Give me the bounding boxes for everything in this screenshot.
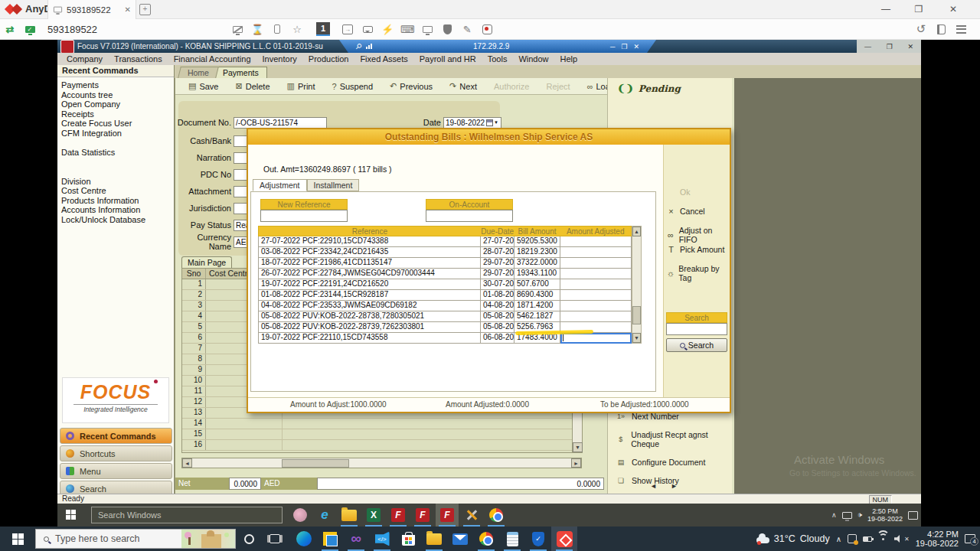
banner-close-icon[interactable]: ✕ [633,43,639,51]
bill-row[interactable]: 01-08-2022 PCF:23144,15CR92818701-08-202… [258,290,632,301]
breakup-by-tag-button[interactable]: ☼Breakup by Tag [666,264,727,282]
taskbar-app[interactable] [551,527,577,551]
cancel-button[interactable]: ×Cancel [666,207,727,216]
local-clock[interactable]: 4:22 PM19-08-2022 [916,530,959,548]
remote-clock[interactable]: 2:50 PM19-08-2022 [867,507,903,523]
search-highlight-image[interactable] [181,530,235,548]
menu-window[interactable]: Window [518,54,548,64]
display-icon[interactable] [417,21,437,37]
pin-icon[interactable]: ⚲ [354,41,364,51]
tab-adjustment[interactable]: Adjustment [253,179,307,191]
scrollbar-thumb[interactable] [282,459,349,468]
tab-main-page[interactable]: Main Page [181,256,232,268]
menu-production[interactable]: Production [309,54,349,64]
print-button[interactable]: ▥Print [280,81,322,91]
app-tray-icon[interactable] [848,534,857,543]
calendar-icon[interactable] [486,119,493,126]
scroll-left-icon[interactable]: ◄ [182,458,192,468]
sidebar-item-payments[interactable]: Payments [61,80,174,90]
menu-transactions[interactable]: Transactions [114,54,162,64]
bill-row[interactable]: 18-07-2022 PCF:21986,41CD113514729-07-20… [258,258,632,269]
sidebar-item-create-focus-user[interactable]: Create Focus User [61,119,174,129]
banner-minimize-icon[interactable]: ─ [610,43,615,51]
panel-pager[interactable]: ◄► [650,482,691,490]
taskbar-app[interactable]: </> [369,527,395,551]
bill-row[interactable]: 04-08-2022 PCF:23533,JWMSAE09CD6918204-0… [258,301,632,311]
local-search-box[interactable]: Type here to search [35,529,236,549]
amount-adjusted-cell[interactable] [560,333,632,344]
delete-button[interactable]: ⊠Delete [228,81,276,91]
amount-adjusted-cell[interactable] [560,247,632,258]
taskbar-app[interactable] [473,527,499,551]
nav-recent-commands[interactable]: Recent Commands [60,428,172,444]
tab-installment[interactable]: Installment [307,179,360,191]
address-field[interactable]: 593189522 [47,24,97,35]
actions-icon[interactable]: ⚡ [377,21,397,37]
bill-row[interactable]: 19-07-2022 PCF:22191,24CD21652030-07-202… [258,279,632,290]
minimize-window-icon[interactable]: — [880,4,891,15]
address-book-icon[interactable] [931,21,951,37]
taskbar-app[interactable] [499,527,525,551]
taskbar-app[interactable] [289,504,312,527]
taskbar-app[interactable] [317,527,343,551]
menu-icon[interactable] [951,21,971,37]
chevron-down-icon[interactable]: ▾ [495,119,498,126]
nav-menu[interactable]: Menu [60,463,172,479]
volume-muted-icon[interactable] [894,535,902,543]
cortana-icon[interactable] [236,534,262,544]
suspend-button[interactable]: ?Suspend [325,82,381,91]
scroll-right-icon[interactable]: ► [571,458,581,468]
taskbar-app[interactable] [395,527,421,551]
amount-adjusted-cell[interactable] [560,269,632,279]
scroll-down-icon[interactable]: ▼ [573,442,583,452]
taskbar-app[interactable] [485,504,508,527]
monitor-1-badge[interactable]: 1 [316,22,330,36]
bill-row[interactable]: 27-07-2022 PCF:22910,15CD74338827-07-202… [258,236,632,247]
taskbar-app[interactable] [460,504,483,527]
sidebar-item-open-company[interactable]: Open Company [61,99,174,109]
session-tab[interactable]: 593189522 ✕ [47,0,136,19]
adjust-on-fifo-button[interactable]: ∞Adjust on FIFO [666,226,727,244]
sidebar-item-accounts-tree[interactable]: Accounts tree [61,90,174,100]
new-session-button[interactable]: + [139,4,151,15]
search-button[interactable]: Search [666,338,727,352]
wifi-icon[interactable] [882,538,884,540]
menu-financial-accounting[interactable]: Financial Accounting [174,54,251,64]
bill-row[interactable]: 19-07-2022 PCF:22110,15CD74355806-08-202… [258,333,632,344]
connected-monitor-icon[interactable]: ✓ [20,21,40,37]
privacy-icon[interactable] [437,21,457,37]
amount-adjusted-cell[interactable] [560,311,632,322]
amount-adjusted-cell[interactable] [560,236,632,247]
weather-widget[interactable]: 31°C Cloudy [756,533,830,544]
action-center-icon[interactable] [908,511,918,520]
dialog-titlebar[interactable]: Outstanding Bills : Wilhelmsen Ship Serv… [248,129,730,145]
scrollbar-thumb[interactable] [632,306,641,324]
tablet-icon[interactable] [267,21,287,37]
scroll-down-icon[interactable]: ▼ [632,333,641,343]
grid-horizontal-scrollbar[interactable]: ◄ ► [181,458,582,468]
amount-adjusted-cell[interactable] [560,258,632,269]
menu-inventory[interactable]: Inventory [263,54,297,64]
amount-adjusted-cell[interactable] [560,279,632,290]
taskbar-app[interactable]: ∞ [343,527,369,551]
document-no-field[interactable]: /-OCB-US-211574 [234,117,327,129]
task-view-icon[interactable] [262,534,288,543]
start-button[interactable] [0,527,35,551]
date-field[interactable]: 19-08-2022▾ [443,117,501,129]
minimize-icon[interactable]: — [864,43,871,51]
menu-tools[interactable]: Tools [488,54,508,64]
close-window-icon[interactable]: ✕ [948,4,959,15]
taskbar-app[interactable] [421,527,447,551]
close-icon[interactable]: ✕ [908,43,914,51]
sidebar-item-lock-unlock-database[interactable]: Lock/Unlock Database [61,215,174,225]
sidebar-item-accounts-information[interactable]: Accounts Information [61,205,174,215]
taskbar-app[interactable]: e [313,504,336,527]
session-swap-icon[interactable]: ⇄ [0,21,20,37]
whiteboard-icon[interactable]: ✎ [457,21,477,37]
pick-amount-button[interactable]: TPick Amount [666,245,727,254]
nav-shortcuts[interactable]: Shortcuts [60,445,172,461]
star-icon[interactable]: ☆ [287,21,307,37]
battery-icon[interactable] [863,536,872,542]
grid-row[interactable]: 16 [182,440,582,451]
banner-restore-icon[interactable]: ❐ [621,43,627,51]
